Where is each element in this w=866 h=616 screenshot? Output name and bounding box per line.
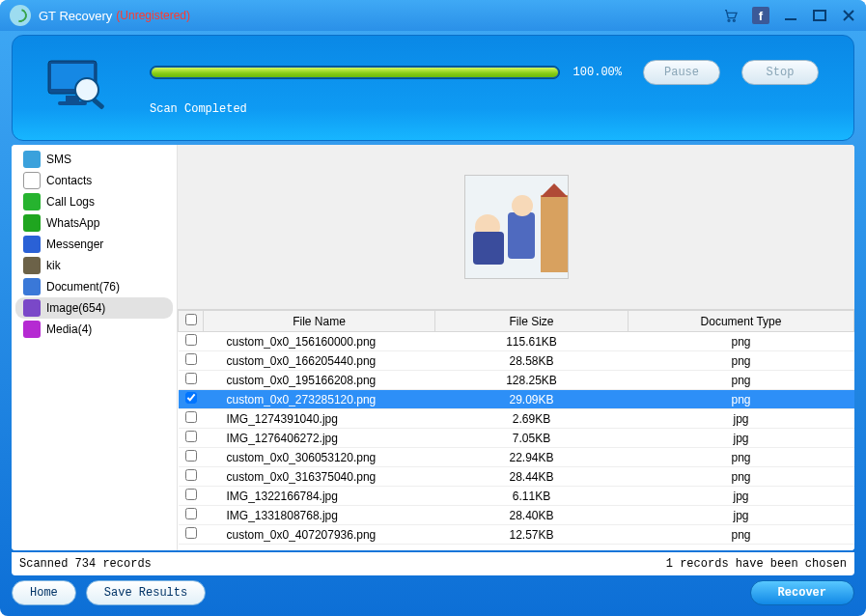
- svg-rect-3: [814, 11, 825, 20]
- column-header-check[interactable]: [179, 311, 204, 332]
- document-type-cell: jpg: [629, 429, 854, 448]
- table-row[interactable]: custom_0x0_316375040.png28.44KBpng: [179, 467, 854, 487]
- stop-button[interactable]: Stop: [741, 60, 819, 85]
- document-type-cell: jpg: [629, 409, 854, 429]
- table-row[interactable]: IMG_1322166784.jpg6.11KBjpg: [179, 487, 854, 506]
- svg-point-1: [733, 19, 735, 21]
- sidebar-item-contacts[interactable]: Contacts: [15, 170, 173, 191]
- file-size-cell: 22.94KB: [435, 448, 629, 467]
- table-row[interactable]: custom_0x0_195166208.png128.25KBpng: [179, 371, 854, 390]
- row-checkbox[interactable]: [185, 489, 197, 500]
- select-all-checkbox[interactable]: [185, 314, 197, 325]
- messenger-icon: [23, 236, 41, 253]
- row-check-cell[interactable]: [179, 525, 204, 545]
- progress-percent: 100.00%: [573, 66, 622, 79]
- sidebar-item-label: Document(76): [46, 280, 120, 294]
- sidebar-item-label: Image(654): [46, 301, 105, 315]
- row-check-cell[interactable]: [179, 371, 204, 390]
- table-row[interactable]: IMG_1274391040.jpg2.69KBjpg: [179, 409, 854, 429]
- row-check-cell[interactable]: [179, 506, 204, 525]
- row-checkbox[interactable]: [185, 527, 197, 539]
- row-checkbox[interactable]: [185, 353, 197, 365]
- sidebar-item-image-654-[interactable]: Image(654): [15, 297, 173, 319]
- column-header-name[interactable]: File Name: [204, 311, 435, 332]
- sidebar-item-call-logs[interactable]: Call Logs: [15, 191, 173, 212]
- row-checkbox[interactable]: [185, 431, 197, 442]
- file-table-scroll[interactable]: File Name File Size Document Type custom…: [178, 309, 854, 550]
- file-name-cell: IMG_1322166784.jpg: [204, 487, 435, 506]
- table-row[interactable]: custom_0x0_166205440.png28.58KBpng: [179, 351, 854, 371]
- svg-point-0: [728, 19, 730, 21]
- file-size-cell: 128.25KB: [435, 371, 629, 390]
- file-name-cell: custom_0x0_306053120.png: [204, 448, 435, 467]
- file-name-cell: custom_0x0_316375040.png: [204, 467, 435, 487]
- row-checkbox[interactable]: [185, 508, 197, 519]
- sidebar-item-whatsapp[interactable]: WhatsApp: [15, 212, 173, 234]
- row-check-cell[interactable]: [179, 429, 204, 448]
- minimize-icon[interactable]: [783, 8, 798, 23]
- home-button[interactable]: Home: [12, 580, 76, 605]
- progress-fill: [152, 68, 558, 77]
- row-checkbox[interactable]: [185, 469, 197, 481]
- row-check-cell[interactable]: [179, 332, 204, 351]
- row-check-cell[interactable]: [179, 487, 204, 506]
- file-name-cell: IMG_1276406272.jpg: [204, 429, 435, 448]
- file-size-cell: 28.58KB: [435, 351, 629, 371]
- pause-button[interactable]: Pause: [643, 60, 720, 85]
- table-row[interactable]: IMG_1331808768.jpg28.40KBjpg: [179, 506, 854, 525]
- sidebar-item-label: Call Logs: [46, 195, 95, 209]
- column-header-size[interactable]: File Size: [435, 311, 629, 332]
- facebook-icon[interactable]: f: [752, 7, 769, 24]
- file-name-cell: custom_0x0_273285120.png: [204, 390, 435, 409]
- maximize-icon[interactable]: [812, 8, 827, 23]
- file-size-cell: 12.57KB: [435, 525, 629, 545]
- table-row[interactable]: custom_0x0_156160000.png115.61KBpng: [179, 332, 854, 351]
- sidebar-item-document-76-[interactable]: Document(76): [15, 276, 173, 297]
- recover-button[interactable]: Recover: [750, 580, 854, 605]
- row-checkbox[interactable]: [185, 450, 197, 462]
- sidebar-item-label: Messenger: [46, 238, 103, 251]
- save-results-button[interactable]: Save Results: [86, 580, 206, 605]
- row-checkbox[interactable]: [185, 411, 197, 423]
- sidebar-item-messenger[interactable]: Messenger: [15, 234, 173, 255]
- row-check-cell[interactable]: [179, 390, 204, 409]
- file-size-cell: 2.69KB: [435, 409, 629, 429]
- sidebar-item-kik[interactable]: kik: [15, 255, 173, 276]
- row-check-cell[interactable]: [179, 467, 204, 487]
- row-check-cell[interactable]: [179, 409, 204, 429]
- table-row[interactable]: custom_0x0_306053120.png22.94KBpng: [179, 448, 854, 467]
- document-type-cell: png: [629, 390, 854, 409]
- content-panel: File Name File Size Document Type custom…: [178, 145, 854, 550]
- row-checkbox[interactable]: [185, 392, 197, 404]
- table-row[interactable]: IMG_1276406272.jpg7.05KBjpg: [179, 429, 854, 448]
- scanned-count-text: Scanned 734 records: [19, 557, 152, 571]
- sidebar-item-sms[interactable]: SMS: [15, 149, 173, 170]
- contacts-icon: [23, 172, 41, 189]
- media-icon: [23, 321, 41, 338]
- row-checkbox[interactable]: [185, 334, 197, 346]
- table-row[interactable]: custom_0x0_407207936.png12.57KBpng: [179, 525, 854, 545]
- sidebar-item-label: SMS: [46, 153, 71, 166]
- file-size-cell: 6.11KB: [435, 487, 629, 506]
- column-header-type[interactable]: Document Type: [629, 311, 854, 332]
- main-content: SMSContactsCall LogsWhatsAppMessengerkik…: [12, 145, 854, 550]
- sidebar-item-label: Media(4): [46, 322, 92, 336]
- row-check-cell[interactable]: [179, 448, 204, 467]
- svg-point-8: [75, 78, 98, 101]
- row-checkbox[interactable]: [185, 373, 197, 384]
- document-type-cell: png: [629, 525, 854, 545]
- close-icon[interactable]: [841, 8, 856, 23]
- table-row[interactable]: custom_0x0_273285120.png29.09KBpng: [179, 390, 854, 409]
- document-type-cell: png: [629, 448, 854, 467]
- file-name-cell: custom_0x0_195166208.png: [204, 371, 435, 390]
- monitor-search-icon: [34, 51, 121, 125]
- svg-rect-7: [58, 101, 87, 105]
- document-type-cell: jpg: [629, 506, 854, 525]
- cart-icon[interactable]: [723, 8, 739, 23]
- preview-pane: [178, 145, 854, 309]
- row-check-cell[interactable]: [179, 351, 204, 371]
- file-table: File Name File Size Document Type custom…: [178, 310, 854, 545]
- sidebar-item-media-4-[interactable]: Media(4): [15, 319, 173, 340]
- file-name-cell: custom_0x0_156160000.png: [204, 332, 435, 351]
- sidebar-item-label: kik: [46, 259, 61, 272]
